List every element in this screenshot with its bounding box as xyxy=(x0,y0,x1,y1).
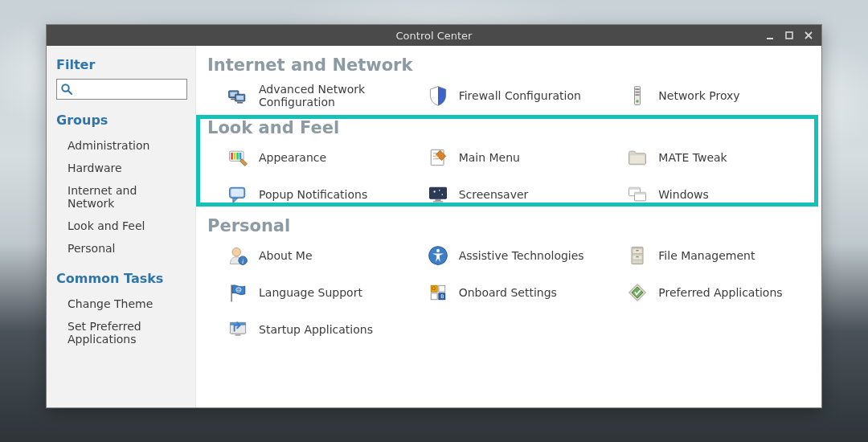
appearance-icon xyxy=(225,145,251,170)
search-field[interactable] xyxy=(56,79,187,100)
applet-main-menu[interactable]: Main Menu xyxy=(422,144,614,171)
applet-label: Preferred Applications xyxy=(658,286,782,299)
category-heading-internet: Internet and Network xyxy=(207,55,813,75)
applet-label: Language Support xyxy=(259,286,362,299)
search-icon xyxy=(60,83,73,96)
maximize-button[interactable] xyxy=(783,29,796,42)
applet-about-me[interactable]: About Me xyxy=(222,242,414,269)
tasks-heading: Common Tasks xyxy=(56,271,187,286)
network-icon xyxy=(225,84,251,108)
applet-windows[interactable]: Windows xyxy=(621,181,813,208)
firewall-icon xyxy=(425,84,451,108)
titlebar[interactable]: Control Center xyxy=(47,25,821,46)
svg-rect-58 xyxy=(786,32,792,39)
minimize-button[interactable] xyxy=(764,29,776,42)
folder-icon xyxy=(624,145,650,170)
screensaver-icon xyxy=(425,182,451,207)
client-area: Filter Groups Administration Hardware In… xyxy=(47,46,821,407)
applet-startup-applications[interactable]: Startup Applications xyxy=(222,316,414,343)
applet-label: About Me xyxy=(259,249,313,262)
applet-language-support[interactable]: Language Support xyxy=(222,279,414,306)
applet-label: Appearance xyxy=(259,151,326,164)
applet-appearance[interactable]: Appearance xyxy=(222,144,414,171)
applet-firewall-configuration[interactable]: Firewall Configuration xyxy=(422,81,614,110)
task-change-theme[interactable]: Change Theme xyxy=(56,293,187,315)
applet-network-proxy[interactable]: Network Proxy xyxy=(621,81,813,110)
category-heading-personal: Personal xyxy=(207,216,813,235)
category-grid-personal: About Me Assistive Technologies File Man… xyxy=(207,242,813,343)
applet-label: MATE Tweak xyxy=(658,151,727,164)
prefapps-icon xyxy=(624,280,650,305)
applet-assistive-technologies[interactable]: Assistive Technologies xyxy=(422,242,614,269)
task-set-preferred-applications[interactable]: Set Preferred Applications xyxy=(56,315,187,350)
category-heading-look-and-feel: Look and Feel xyxy=(207,118,813,137)
sidebar-item-administration[interactable]: Administration xyxy=(56,134,187,157)
applet-label: Screensaver xyxy=(459,188,529,201)
search-input[interactable] xyxy=(76,83,183,96)
filemgr-icon xyxy=(624,244,650,268)
applet-label: File Management xyxy=(658,249,755,262)
proxy-icon xyxy=(624,84,650,108)
applet-advanced-network-configuration[interactable]: Advanced Network Configuration xyxy=(222,81,414,110)
applet-popup-notifications[interactable]: Popup Notifications xyxy=(222,181,414,208)
category-grid-internet: Advanced Network Configuration Firewall … xyxy=(207,81,813,110)
language-icon xyxy=(225,280,251,305)
about-icon xyxy=(225,244,251,268)
applet-label: Onboard Settings xyxy=(459,286,557,299)
sidebar-item-look-and-feel[interactable]: Look and Feel xyxy=(56,215,187,237)
popup-icon xyxy=(225,182,251,207)
startup-icon xyxy=(225,317,251,342)
category-grid-look-and-feel: Appearance Main Menu MATE Tweak Popup No… xyxy=(207,144,813,208)
control-center-window: Control Center Filter Groups Administrat… xyxy=(46,24,822,408)
applet-label: Windows xyxy=(658,188,709,201)
tasks-list: Change Theme Set Preferred Applications xyxy=(56,293,187,350)
applet-label: Assistive Technologies xyxy=(459,249,584,262)
applet-label: Firewall Configuration xyxy=(459,89,581,102)
windows-icon xyxy=(624,182,650,207)
groups-list: Administration Hardware Internet and Net… xyxy=(56,134,187,260)
menu-icon xyxy=(425,145,451,170)
close-button[interactable] xyxy=(802,29,815,42)
main-panel: Internet and Network Advanced Network Co… xyxy=(196,46,821,407)
sidebar-item-internet-and-network[interactable]: Internet and Network xyxy=(56,179,187,215)
sidebar-item-personal[interactable]: Personal xyxy=(56,237,187,260)
a11y-icon xyxy=(425,244,451,268)
applet-label: Advanced Network Configuration xyxy=(259,83,411,108)
groups-heading: Groups xyxy=(56,113,187,128)
applet-screensaver[interactable]: Screensaver xyxy=(422,181,614,208)
applet-label: Startup Applications xyxy=(259,323,373,336)
window-title: Control Center xyxy=(47,30,821,42)
onboard-icon xyxy=(425,280,451,305)
applet-preferred-applications[interactable]: Preferred Applications xyxy=(621,279,813,306)
applet-onboard-settings[interactable]: Onboard Settings xyxy=(422,279,614,306)
sidebar: Filter Groups Administration Hardware In… xyxy=(47,46,196,407)
applet-mate-tweak[interactable]: MATE Tweak xyxy=(621,144,813,171)
applet-file-management[interactable]: File Management xyxy=(621,242,813,269)
applet-label: Popup Notifications xyxy=(259,188,367,201)
filter-heading: Filter xyxy=(56,57,187,72)
window-controls xyxy=(764,29,821,42)
sidebar-item-hardware[interactable]: Hardware xyxy=(56,157,187,179)
applet-label: Network Proxy xyxy=(658,89,739,102)
applet-label: Main Menu xyxy=(459,151,520,164)
